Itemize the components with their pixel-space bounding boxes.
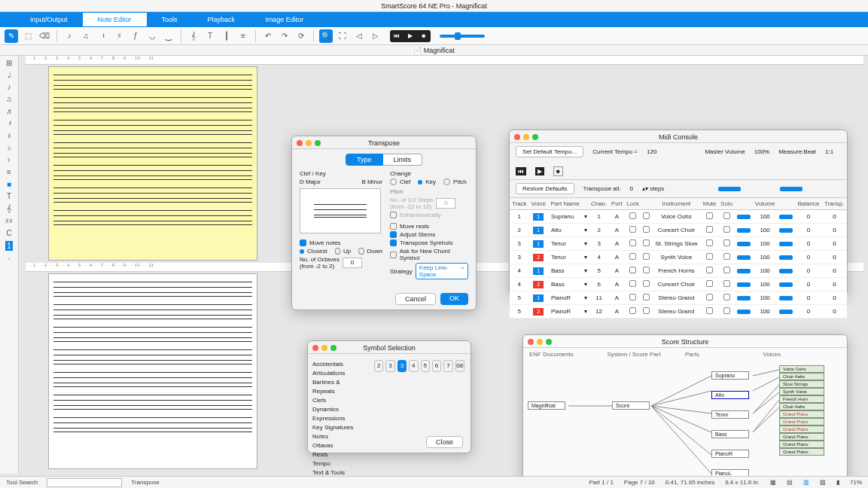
measure-slider[interactable]: [780, 187, 803, 191]
score-view-highlighted[interactable]: [48, 66, 257, 261]
tab-note-editor[interactable]: Note Editor: [83, 13, 147, 26]
trans-symbols-check[interactable]: [390, 239, 397, 246]
mc-rewind-icon[interactable]: ⏮: [516, 167, 526, 175]
seg-type[interactable]: Type: [346, 154, 383, 166]
note-icon[interactable]: ♪: [8, 83, 11, 91]
symbol-category[interactable]: Barlines & Repeats: [312, 378, 364, 396]
next-page-icon[interactable]: ▷: [369, 29, 382, 43]
text-icon[interactable]: T: [7, 192, 11, 200]
note-tool-icon[interactable]: ♪: [62, 29, 76, 43]
flat-icon[interactable]: ♭: [8, 144, 11, 152]
clef-radio[interactable]: [390, 178, 397, 185]
palette-icon[interactable]: ⊞: [6, 59, 12, 67]
table-row[interactable]: 11Soprano▾1AVoice Oohs10000: [510, 210, 847, 224]
node-doc[interactable]: Magnificat: [528, 401, 565, 410]
clef-icon[interactable]: 𝄞: [7, 204, 11, 213]
move-rests-check[interactable]: [390, 223, 397, 230]
node-voice[interactable]: Grand Piano: [779, 425, 824, 433]
view-icon[interactable]: ▤: [787, 479, 793, 486]
table-row[interactable]: 31Tenor▾3ASt. Strings Slow10000: [510, 237, 847, 251]
time-icon[interactable]: C: [6, 229, 11, 237]
tuplet-option[interactable]: 3: [385, 360, 394, 372]
octaves-stepper[interactable]: 0: [343, 258, 362, 268]
symbol-category[interactable]: Ottavas: [312, 441, 364, 450]
key-radio[interactable]: [418, 180, 422, 185]
clef-tool-icon[interactable]: 𝄞: [187, 29, 200, 43]
symbol-category[interactable]: Dynamics: [312, 405, 364, 414]
down-radio[interactable]: [358, 248, 364, 255]
tuplet-option[interactable]: 08: [455, 360, 464, 372]
node-voice[interactable]: Grand Piano: [779, 410, 824, 418]
symbol-category[interactable]: Expressions: [312, 414, 364, 423]
closest-radio[interactable]: [300, 249, 304, 254]
node-part[interactable]: Tenor: [711, 410, 749, 419]
symbol-category[interactable]: Clefs: [312, 396, 364, 405]
tuplet-option[interactable]: 4: [409, 360, 418, 372]
node-voice[interactable]: French Horn: [779, 395, 824, 403]
tab-image-editor[interactable]: Image Editor: [250, 13, 318, 26]
note-icon[interactable]: ♩: [8, 71, 11, 79]
accidental-tool-icon[interactable]: ♯: [112, 29, 126, 43]
rest-tool-icon[interactable]: 𝄽: [96, 29, 109, 43]
voice-icon[interactable]: 1: [5, 241, 13, 251]
symbol-category[interactable]: Key Signatures: [312, 423, 364, 432]
cancel-button[interactable]: Cancel: [395, 293, 436, 305]
slur-tool-icon[interactable]: ◡: [145, 29, 159, 43]
rewind-icon[interactable]: ⏮: [390, 30, 404, 42]
beam-tool-icon[interactable]: ♫: [79, 29, 93, 43]
strategy-select[interactable]: Keep Line-Space: [416, 263, 468, 279]
table-row[interactable]: 21Alto▾2AConcert Choir10000: [510, 224, 847, 237]
symbol-close-button[interactable]: Close: [426, 436, 463, 448]
prev-page-icon[interactable]: ◁: [352, 29, 366, 43]
restore-defaults-button[interactable]: Restore Defaults: [516, 183, 574, 194]
steps-stepper[interactable]: 0: [436, 198, 455, 209]
symbol-category[interactable]: Rests: [312, 450, 364, 459]
tuplet-option[interactable]: 5: [421, 360, 430, 372]
key-icon[interactable]: ♯♯: [5, 217, 13, 225]
symbol-category[interactable]: Accidentals: [312, 360, 364, 369]
note-icon[interactable]: ♫: [6, 95, 12, 103]
tuplet-option[interactable]: 3: [397, 360, 407, 372]
select-tool-icon[interactable]: ⬚: [21, 29, 35, 43]
mc-stop-icon[interactable]: ■: [553, 166, 563, 176]
tempo-slider[interactable]: [440, 35, 485, 38]
tool-search-input[interactable]: [47, 478, 122, 487]
table-row[interactable]: 42Bass▾6AConcert Choir10000: [510, 278, 847, 291]
node-voice[interactable]: Grand Piano: [779, 441, 824, 448]
node-system[interactable]: Score: [612, 401, 650, 410]
lines-icon[interactable]: ≡: [7, 168, 11, 176]
tab-tools[interactable]: Tools: [147, 13, 193, 26]
move-notes-check[interactable]: [300, 239, 306, 246]
seg-limits[interactable]: Limits: [383, 154, 423, 166]
master-volume-slider[interactable]: [718, 187, 741, 191]
node-part[interactable]: PianoR: [711, 450, 749, 458]
layout-tool-icon[interactable]: ≡: [236, 29, 250, 43]
structure-tree[interactable]: Magnificat Score SopranoAltoTenorBassPia…: [523, 361, 847, 481]
node-part[interactable]: Bass: [711, 430, 749, 438]
play-icon[interactable]: ▶: [404, 30, 417, 42]
node-voice[interactable]: Choir Aahs: [779, 403, 824, 410]
redo-icon[interactable]: ↷: [278, 29, 291, 43]
erase-tool-icon[interactable]: ⌫: [38, 29, 51, 43]
node-part[interactable]: Alto: [711, 391, 749, 399]
barline-tool-icon[interactable]: ┃: [220, 29, 233, 43]
symbol-category[interactable]: Tempo: [312, 459, 364, 468]
table-row[interactable]: 32Tenor▾4ASynth Voice10000: [510, 251, 847, 264]
node-voice[interactable]: Slow Strings: [779, 380, 824, 388]
text-tool-icon[interactable]: T: [203, 29, 217, 43]
score-view-below[interactable]: [48, 273, 257, 469]
pitch-radio[interactable]: [443, 178, 450, 185]
natural-icon[interactable]: ♮: [8, 156, 11, 164]
undo-icon[interactable]: ↶: [261, 29, 275, 43]
table-row[interactable]: 41Bass▾5AFrench Horns10000: [510, 264, 847, 278]
sharp-icon[interactable]: ♯: [8, 132, 11, 140]
tab-playback[interactable]: Playback: [193, 13, 251, 26]
tuplet-option[interactable]: 7: [443, 360, 452, 372]
node-voice[interactable]: Voice Oohs: [779, 365, 824, 373]
dynamic-tool-icon[interactable]: ƒ: [129, 29, 142, 43]
symbol-category[interactable]: Articulations: [312, 369, 364, 378]
fit-icon[interactable]: ⛶: [336, 29, 349, 43]
tuplet-option[interactable]: 6: [432, 360, 441, 372]
color-icon[interactable]: ■: [7, 180, 11, 188]
view-icon[interactable]: ▨: [820, 479, 826, 486]
